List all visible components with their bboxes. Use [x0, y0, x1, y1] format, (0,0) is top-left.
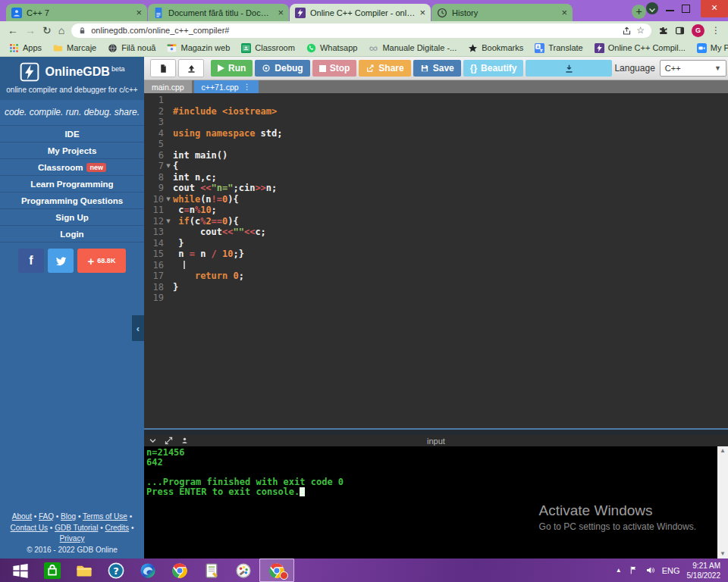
scroll-down-icon[interactable]: ▼ [720, 551, 726, 557]
tab-close-icon[interactable]: × [561, 8, 567, 17]
code-line[interactable]: 16 [144, 260, 728, 271]
bookmark-item[interactable]: Whatsapp [306, 43, 358, 53]
tab-search-icon[interactable] [646, 2, 658, 14]
language-select[interactable]: C++▼ [660, 60, 726, 77]
code-line[interactable]: 14 } [144, 238, 728, 249]
console-output[interactable]: n=21456642 ...Program finished with exit… [144, 446, 728, 559]
bookmark-item[interactable]: Bookmarks [468, 43, 523, 53]
language-indicator[interactable]: ENG [662, 566, 680, 575]
footer-link[interactable]: Privacy [60, 534, 85, 543]
code-editor[interactable]: 12#include <iostream>34using namespace s… [144, 93, 728, 428]
code-line[interactable]: 9cout <<"n=";cin>>n; [144, 183, 728, 194]
code-line[interactable]: 1 [144, 95, 728, 106]
share-button[interactable]: Share [359, 60, 410, 77]
sidebar-item-my-projects[interactable]: My Projects [0, 142, 144, 159]
bookmark-item[interactable]: Online C++ Compil... [595, 43, 686, 53]
sidebar-item-learn-programming[interactable]: Learn Programming [0, 176, 144, 192]
code-line[interactable]: 11 c=n%10; [144, 205, 728, 216]
open-file-button[interactable] [178, 59, 204, 77]
footer-link[interactable]: Terms of Use [83, 512, 127, 521]
file-explorer-icon[interactable] [68, 559, 100, 582]
footer-link[interactable]: About [12, 512, 32, 521]
footer-link[interactable]: Blog [61, 512, 76, 521]
sidebar-item-sign-up[interactable]: Sign Up [0, 209, 144, 226]
tray-expand-icon[interactable]: ▲ [616, 567, 622, 574]
browser-tab[interactable]: C++ 7× [6, 4, 147, 21]
clock[interactable]: 9:21 AM 5/18/2022 [687, 561, 721, 580]
edge-icon[interactable] [132, 559, 164, 582]
url-field[interactable]: onlinegdb.com/online_c++_compiler# ☆ [71, 23, 651, 38]
fold-icon[interactable]: ▼ [164, 161, 173, 172]
code-line[interactable]: 10▼while(n!=0){ [144, 194, 728, 205]
scroll-up-icon[interactable]: ▲ [720, 448, 726, 454]
code-line[interactable]: 15 n = n / 10;} [144, 249, 728, 260]
tab-close-icon[interactable]: × [136, 8, 142, 17]
beautify-button[interactable]: {} Beautify [463, 60, 524, 77]
download-button[interactable] [526, 60, 612, 77]
tab-close-icon[interactable]: × [419, 8, 425, 17]
bookmark-item[interactable]: Manuale Digitale -... [369, 43, 457, 53]
footer-link[interactable]: Credits [105, 524, 129, 532]
help-icon[interactable]: ? [100, 559, 132, 582]
tab-close-icon[interactable]: × [278, 8, 284, 17]
store-icon[interactable] [36, 559, 68, 582]
run-button[interactable]: Run [211, 60, 253, 77]
facebook-button[interactable]: f [18, 249, 44, 273]
home-icon[interactable]: ⌂ [58, 25, 64, 36]
new-file-button[interactable] [150, 59, 176, 77]
file-tab[interactable]: main.cpp [144, 80, 192, 93]
twitter-button[interactable] [48, 249, 74, 273]
share-count-button[interactable]: + 68.8K [77, 249, 126, 273]
paint-icon[interactable] [228, 559, 259, 582]
volume-icon[interactable] [645, 565, 655, 575]
code-line[interactable]: 8int n,c; [144, 172, 728, 183]
code-line[interactable]: 7▼{ [144, 161, 728, 172]
code-line[interactable]: 3 [144, 117, 728, 128]
browser-tab[interactable]: History× [431, 4, 573, 21]
console-splitter[interactable] [144, 428, 728, 435]
chrome-icon[interactable] [164, 559, 196, 582]
forward-icon[interactable]: → [25, 25, 36, 36]
back-icon[interactable]: ← [8, 25, 18, 36]
debug-button[interactable]: Debug [255, 60, 309, 77]
code-line[interactable]: 2#include <iostream> [144, 106, 728, 117]
bookmark-item[interactable]: Classroom [241, 43, 295, 53]
stop-button[interactable]: Stop [312, 60, 357, 77]
fold-icon[interactable]: ▼ [164, 194, 173, 205]
chrome-active-icon[interactable] [259, 559, 294, 582]
start-button[interactable] [5, 559, 36, 582]
bookmark-item[interactable]: Translate [535, 43, 582, 53]
sidebar-collapse-handle[interactable]: ‹ [132, 315, 144, 341]
file-tab-menu-icon[interactable]: ⋮ [243, 83, 251, 91]
restore-button[interactable] [682, 5, 690, 13]
file-tab[interactable]: c++71.cpp⋮ [194, 80, 259, 93]
console-scrollbar[interactable]: ▲ ▼ [717, 446, 728, 559]
bookmark-item[interactable]: Marcaje [53, 43, 96, 53]
code-line[interactable]: 4using namespace std; [144, 128, 728, 139]
code-line[interactable]: 17 return 0; [144, 271, 728, 282]
profile-avatar[interactable]: G [692, 24, 704, 37]
save-button[interactable]: Save [413, 60, 461, 77]
sidebar-item-programming-questions[interactable]: Programming Questions [0, 192, 144, 209]
flag-icon[interactable] [629, 565, 639, 575]
browser-tab[interactable]: Online C++ Compiler - online ed...× [290, 4, 431, 21]
bookmark-item[interactable]: My Profile - Zoom [697, 43, 728, 53]
footer-link[interactable]: FAQ [39, 512, 54, 521]
notepad-icon[interactable] [196, 559, 228, 582]
fold-icon[interactable]: ▼ [164, 216, 173, 227]
close-button[interactable]: × [701, 0, 728, 17]
code-line[interactable]: 12▼ if(c%2==0){ [144, 216, 728, 227]
refresh-icon[interactable]: ↻ [42, 25, 52, 36]
code-line[interactable]: 5 [144, 139, 728, 150]
bookmark-item[interactable]: Apps [9, 43, 42, 53]
minimize-button[interactable] [666, 10, 674, 11]
new-tab-button[interactable]: + [632, 5, 646, 19]
sidebar-item-classroom[interactable]: Classroomnew [0, 159, 144, 176]
bookmark-item[interactable]: Magazin web [167, 43, 230, 53]
bookmark-star-icon[interactable]: ☆ [636, 26, 645, 35]
sidebar-item-login[interactable]: Login [0, 226, 144, 242]
bookmark-item[interactable]: Filă nouă [108, 43, 155, 53]
code-line[interactable]: 6int main() [144, 150, 728, 161]
browser-tab[interactable]: Document fără titlu - Documente× [148, 4, 289, 21]
code-line[interactable]: 18} [144, 282, 728, 293]
